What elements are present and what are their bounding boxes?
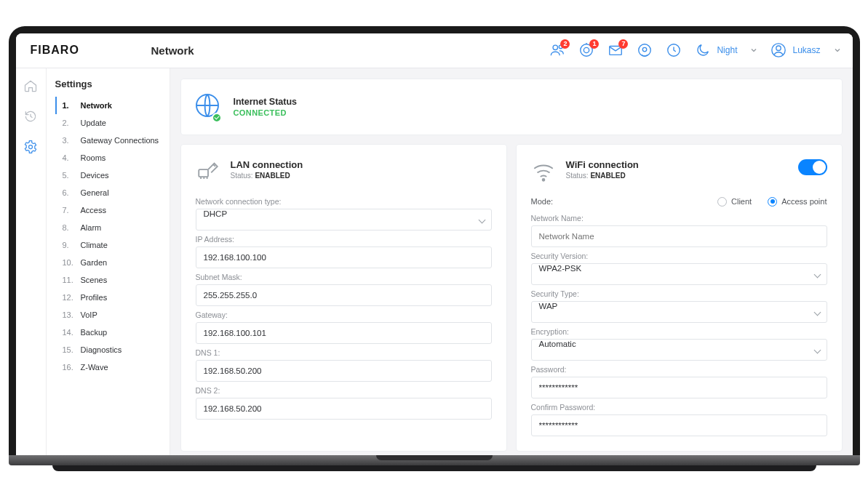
rail-home-icon[interactable] bbox=[23, 79, 38, 93]
user-chevron-icon[interactable] bbox=[834, 47, 841, 54]
sidebar-item-num: 13. bbox=[63, 310, 76, 319]
lan-dns1-label: DNS 1: bbox=[196, 348, 492, 357]
lan-title: LAN connection bbox=[231, 159, 303, 170]
wifi-sectype-select[interactable]: WAP bbox=[531, 301, 827, 323]
sidebar-list: 1.Network2.Update3.Gateway Connections4.… bbox=[55, 97, 162, 376]
sidebar-item-gateway-connections[interactable]: 3.Gateway Connections bbox=[55, 132, 162, 149]
lan-ip-input[interactable] bbox=[196, 246, 492, 268]
mail-icon[interactable]: 7 bbox=[608, 42, 624, 58]
users-icon[interactable]: 2 bbox=[549, 42, 565, 58]
sidebar-item-num: 7. bbox=[63, 206, 76, 215]
sidebar-item-scenes[interactable]: 11.Scenes bbox=[55, 271, 162, 289]
wifi-icon bbox=[531, 159, 556, 187]
wifi-enc-select[interactable]: Automatic bbox=[531, 339, 827, 361]
sidebar-item-label: Backup bbox=[81, 328, 108, 337]
wifi-name-input[interactable] bbox=[531, 225, 827, 247]
sidebar-item-label: Rooms bbox=[81, 153, 106, 162]
sidebar-item-alarm[interactable]: 8.Alarm bbox=[55, 219, 162, 236]
lan-dns2-input[interactable] bbox=[196, 398, 492, 420]
connections-row: LAN connection Status: ENABLED Network c… bbox=[180, 144, 843, 455]
users-badge: 2 bbox=[560, 39, 570, 49]
wifi-mode-ap-radio[interactable]: Access point bbox=[768, 197, 827, 207]
sidebar-item-devices[interactable]: 5.Devices bbox=[55, 167, 162, 184]
sidebar-item-access[interactable]: 7.Access bbox=[55, 201, 162, 219]
sidebar-item-profiles[interactable]: 12.Profiles bbox=[55, 289, 162, 306]
wifi-mode-label: Mode: bbox=[531, 197, 554, 206]
topbar: FIBARO Network 2 1 7 Night bbox=[16, 33, 853, 68]
laptop-base bbox=[9, 455, 860, 465]
alarm-icon[interactable]: 1 bbox=[578, 42, 594, 58]
internet-status-title: Internet Status bbox=[234, 97, 298, 107]
sidebar-item-num: 11. bbox=[63, 276, 76, 284]
wifi-secver-select[interactable]: WPA2-PSK bbox=[531, 263, 827, 285]
night-chevron-icon[interactable] bbox=[750, 47, 757, 54]
sidebar-item-num: 3. bbox=[63, 136, 76, 145]
lan-dns1-input[interactable] bbox=[196, 360, 492, 382]
sidebar-item-num: 8. bbox=[63, 223, 76, 232]
sidebar-title: Settings bbox=[55, 79, 162, 89]
svg-point-10 bbox=[776, 46, 781, 50]
wifi-mode-client-radio[interactable]: Client bbox=[717, 197, 752, 207]
sidebar-item-label: Scenes bbox=[81, 276, 108, 284]
wifi-status-value: ENABLED bbox=[590, 172, 625, 180]
ethernet-icon bbox=[196, 159, 220, 187]
laptop-frame: FIBARO Network 2 1 7 Night bbox=[9, 26, 860, 471]
sidebar-item-diagnostics[interactable]: 15.Diagnostics bbox=[55, 341, 162, 358]
sidebar-item-garden[interactable]: 10.Garden bbox=[55, 254, 162, 271]
lan-conn-type-select[interactable]: DHCP bbox=[196, 209, 492, 231]
main: Internet Status CONNECTED LAN connection… bbox=[170, 68, 853, 455]
wifi-status-label: Status: bbox=[566, 172, 589, 180]
internet-status-state: CONNECTED bbox=[234, 108, 298, 117]
bell-icon[interactable] bbox=[637, 42, 653, 58]
wifi-title: WiFi connection bbox=[566, 159, 639, 170]
alarm-badge: 1 bbox=[589, 39, 599, 49]
wifi-enc-label: Encryption: bbox=[531, 327, 827, 336]
lan-mask-input[interactable] bbox=[196, 284, 492, 306]
svg-point-14 bbox=[542, 178, 544, 180]
sidebar-item-climate[interactable]: 9.Climate bbox=[55, 236, 162, 254]
wifi-cpw-input[interactable] bbox=[531, 414, 827, 436]
lan-gw-label: Gateway: bbox=[196, 310, 492, 319]
page-title: Network bbox=[140, 44, 550, 57]
lan-status-value: ENABLED bbox=[255, 172, 290, 180]
wifi-secver-label: Security Version: bbox=[531, 252, 827, 260]
rail-settings-icon[interactable] bbox=[23, 140, 38, 154]
svg-point-7 bbox=[643, 47, 648, 52]
sidebar-item-num: 10. bbox=[63, 258, 76, 267]
wifi-sectype-label: Security Type: bbox=[531, 289, 827, 298]
icon-rail bbox=[16, 68, 47, 455]
sidebar-item-voip[interactable]: 13.VoIP bbox=[55, 306, 162, 324]
wifi-pw-label: Password: bbox=[531, 365, 827, 374]
sidebar-item-num: 4. bbox=[63, 153, 76, 162]
body: Settings 1.Network2.Update3.Gateway Conn… bbox=[16, 68, 853, 455]
wifi-pw-input[interactable] bbox=[531, 377, 827, 398]
sidebar-item-z-wave[interactable]: 16.Z-Wave bbox=[55, 358, 162, 376]
screen: FIBARO Network 2 1 7 Night bbox=[16, 33, 853, 455]
sidebar-item-label: VoIP bbox=[81, 310, 97, 319]
sidebar-item-label: General bbox=[81, 188, 109, 197]
sidebar-item-num: 1. bbox=[63, 101, 76, 110]
sidebar-item-label: Diagnostics bbox=[81, 345, 122, 354]
sidebar-item-label: Garden bbox=[81, 258, 108, 267]
sidebar-item-rooms[interactable]: 4.Rooms bbox=[55, 149, 162, 167]
wifi-toggle[interactable] bbox=[798, 159, 827, 175]
lan-gw-input[interactable] bbox=[196, 322, 492, 344]
internet-status-card: Internet Status CONNECTED bbox=[180, 79, 843, 135]
lan-card: LAN connection Status: ENABLED Network c… bbox=[180, 144, 507, 452]
lan-mask-label: Subnet Mask: bbox=[196, 273, 492, 281]
rail-history-icon[interactable] bbox=[23, 109, 38, 124]
night-mode-icon[interactable] bbox=[695, 42, 711, 58]
sidebar-item-num: 2. bbox=[63, 119, 76, 127]
sidebar-item-num: 16. bbox=[63, 363, 76, 372]
user-avatar-icon[interactable] bbox=[771, 42, 787, 58]
sidebar-item-general[interactable]: 6.General bbox=[55, 184, 162, 201]
sidebar-item-network[interactable]: 1.Network bbox=[55, 97, 162, 114]
header-icons: 2 1 7 Night Lukasz bbox=[549, 42, 840, 58]
clock-icon[interactable] bbox=[666, 42, 682, 58]
sidebar-item-backup[interactable]: 14.Backup bbox=[55, 324, 162, 341]
svg-point-6 bbox=[639, 44, 651, 57]
sidebar-item-update[interactable]: 2.Update bbox=[55, 114, 162, 132]
svg-rect-13 bbox=[199, 169, 208, 177]
sidebar-item-label: Access bbox=[81, 206, 106, 215]
mail-badge: 7 bbox=[618, 39, 628, 49]
